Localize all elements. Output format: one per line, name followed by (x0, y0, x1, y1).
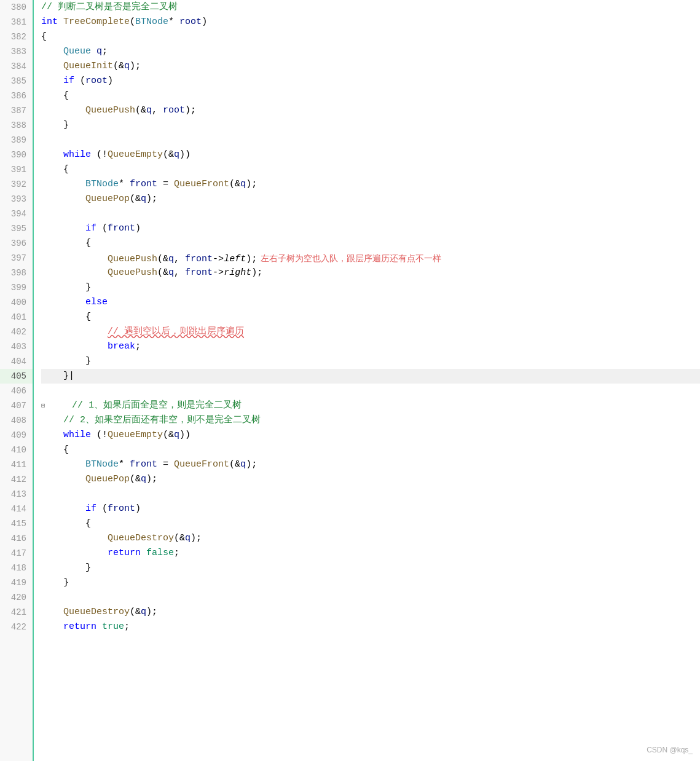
ln-398: 398 (0, 266, 33, 280)
ln-393: 393 (0, 192, 33, 207)
code-container: 380 381 382 383 384 385 386 387 388 389 … (0, 0, 700, 761)
code-line-415: { (41, 516, 700, 531)
code-line-383: Queue q; (41, 44, 700, 59)
ln-400: 400 (0, 295, 33, 310)
ln-417: 417 (0, 546, 33, 561)
ln-421: 421 (0, 605, 33, 620)
ln-403: 403 (0, 339, 33, 354)
code-line-399: } (41, 280, 700, 295)
code-line-405: }| (41, 369, 700, 384)
ln-410: 410 (0, 443, 33, 457)
watermark: CSDN @kqs_ (647, 744, 693, 756)
code-line-396: { (41, 236, 700, 251)
code-line-420 (41, 590, 700, 605)
ln-386: 386 (0, 89, 33, 103)
code-line-406 (41, 384, 700, 398)
code-line-417: return false; (41, 546, 700, 561)
ln-420: 420 (0, 590, 33, 605)
code-line-402: // 遇到空以后，则跳出层序遍历 (41, 325, 700, 339)
code-line-391: { (41, 162, 700, 177)
ln-404: 404 (0, 354, 33, 369)
ln-414: 414 (0, 502, 33, 516)
ln-388: 388 (0, 118, 33, 133)
ln-390: 390 (0, 148, 33, 162)
code-line-408: // 2、如果空后面还有非空，则不是完全二叉树 (41, 413, 700, 428)
code-line-404: } (41, 354, 700, 369)
ln-416: 416 (0, 531, 33, 546)
ln-401: 401 (0, 310, 33, 325)
ln-384: 384 (0, 59, 33, 74)
code-line-413 (41, 487, 700, 502)
code-line-393: QueuePop(&q); (41, 192, 700, 207)
ln-385: 385 (0, 74, 33, 89)
ln-413: 413 (0, 487, 33, 502)
code-line-418: } (41, 561, 700, 575)
ln-412: 412 (0, 472, 33, 487)
ln-415: 415 (0, 516, 33, 531)
code-line-398: QueuePush(&q, front->right); (41, 266, 700, 280)
ln-405: 405 (0, 369, 33, 384)
ln-387: 387 (0, 103, 33, 118)
line-numbers: 380 381 382 383 384 385 386 387 388 389 … (0, 0, 34, 761)
ln-389: 389 (0, 133, 33, 148)
code-line-380: // 判断二叉树是否是完全二叉树 (41, 0, 700, 15)
code-line-388: } (41, 118, 700, 133)
code-line-395: if (front) (41, 221, 700, 236)
code-line-382: { (41, 30, 700, 44)
code-line-421: QueueDestroy(&q); (41, 605, 700, 620)
ln-399: 399 (0, 280, 33, 295)
ln-402: 402 (0, 325, 33, 339)
code-line-411: BTNode* front = QueueFront(&q); (41, 457, 700, 472)
ln-381: 381 (0, 15, 33, 30)
ln-419: 419 (0, 575, 33, 590)
ln-422: 422 (0, 620, 33, 634)
code-line-416: QueueDestroy(&q); (41, 531, 700, 546)
code-line-397: QueuePush(&q, front->left);左右子树为空也入队，跟层序… (41, 251, 700, 266)
code-line-387: QueuePush(&q, root); (41, 103, 700, 118)
code-line-389 (41, 133, 700, 148)
ln-380: 380 (0, 0, 33, 15)
code-line-400: else (41, 295, 700, 310)
code-line-419: } (41, 575, 700, 590)
ln-392: 392 (0, 177, 33, 192)
ln-396: 396 (0, 236, 33, 251)
ln-411: 411 (0, 457, 33, 472)
ln-409: 409 (0, 428, 33, 443)
code-line-401: { (41, 310, 700, 325)
code-line-407: ⊟ // 1、如果后面全是空，则是完全二叉树 (41, 398, 700, 413)
ln-407: 407 (0, 398, 33, 413)
ln-406: 406 (0, 384, 33, 398)
code-line-390: while (!QueueEmpty(&q)) (41, 148, 700, 162)
ln-395: 395 (0, 221, 33, 236)
code-line-384: QueueInit(&q); (41, 59, 700, 74)
code-line-381: int TreeComplete(BTNode* root) (41, 15, 700, 30)
ln-394: 394 (0, 207, 33, 221)
code-line-394 (41, 207, 700, 221)
code-line-392: BTNode* front = QueueFront(&q); (41, 177, 700, 192)
ln-418: 418 (0, 561, 33, 575)
code-line-422: return true; (41, 620, 700, 634)
code-line-410: { (41, 443, 700, 457)
ln-408: 408 (0, 413, 33, 428)
ln-383: 383 (0, 44, 33, 59)
code-line-412: QueuePop(&q); (41, 472, 700, 487)
ln-391: 391 (0, 162, 33, 177)
ln-397: 397 (0, 251, 33, 266)
code-content: // 判断二叉树是否是完全二叉树 int TreeComplete(BTNode… (34, 0, 700, 761)
ln-382: 382 (0, 30, 33, 44)
code-line-403: break; (41, 339, 700, 354)
code-line-386: { (41, 89, 700, 103)
code-line-385: if (root) (41, 74, 700, 89)
code-line-409: while (!QueueEmpty(&q)) (41, 428, 700, 443)
code-line-414: if (front) (41, 502, 700, 516)
